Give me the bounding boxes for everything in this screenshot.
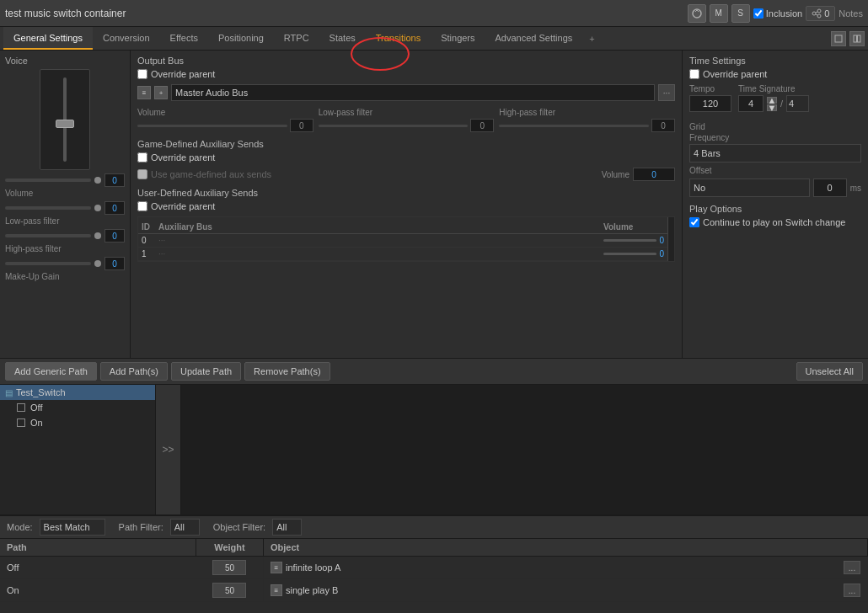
- inclusion-checkbox[interactable]: [753, 8, 764, 19]
- highpass-knob[interactable]: [94, 232, 101, 239]
- obj-label-1: single play B: [286, 585, 338, 595]
- obj-label-0: infinite loop A: [286, 562, 340, 573]
- voice-fader[interactable]: [40, 69, 90, 170]
- tab-transitions[interactable]: Transitions: [366, 27, 431, 50]
- timesig-num-input[interactable]: [738, 95, 764, 112]
- object-icon-btn[interactable]: [688, 4, 706, 23]
- mute-button[interactable]: M: [710, 4, 728, 23]
- fader-handle[interactable]: [56, 120, 74, 128]
- frequency-select[interactable]: 4 Bars 2 Bars 1 Bar: [689, 144, 861, 163]
- weight-val-1: 50: [212, 583, 246, 598]
- user-aux-override-label: Override parent: [151, 201, 215, 211]
- timesig-divider: /: [780, 99, 783, 109]
- lowpass-value: 0: [104, 201, 125, 215]
- tree-item-on[interactable]: On: [0, 415, 155, 430]
- game-aux-override-checkbox[interactable]: [137, 152, 147, 163]
- title-bar: test music switch container M S Inclusio…: [0, 0, 868, 27]
- offset-select[interactable]: No Yes: [689, 179, 810, 197]
- fader-track: [63, 77, 67, 162]
- update-path-button[interactable]: Update Path: [171, 362, 241, 381]
- makeup-value: 0: [104, 257, 125, 270]
- volume-filter-val: 0: [290, 119, 313, 132]
- vol-slider-1[interactable]: [603, 253, 656, 255]
- tempo-group: Tempo: [689, 84, 731, 117]
- aux-id-header: ID: [138, 221, 155, 234]
- lowpass-track: [5, 206, 91, 210]
- lowpass-knob[interactable]: [94, 205, 101, 211]
- offset-value-input[interactable]: [813, 179, 847, 197]
- highpass-slider[interactable]: [499, 125, 649, 127]
- obj-more-1[interactable]: ...: [844, 584, 860, 597]
- tab-rtpc[interactable]: RTPC: [274, 27, 319, 50]
- path-filter-select[interactable]: All: [170, 519, 200, 536]
- tempo-input[interactable]: [689, 95, 731, 112]
- ts-override-checkbox[interactable]: [689, 69, 699, 79]
- remove-paths-button[interactable]: Remove Path(s): [244, 362, 330, 381]
- add-tab-button[interactable]: +: [582, 27, 601, 50]
- timesig-down-btn[interactable]: ▼: [767, 104, 777, 111]
- view-toggle-split[interactable]: [849, 31, 865, 46]
- switch-arrow-button[interactable]: >>: [156, 385, 181, 514]
- lowpass-slider-row: 0: [319, 119, 495, 132]
- bus-field[interactable]: Master Audio Bus: [171, 84, 655, 101]
- add-paths-button[interactable]: Add Path(s): [100, 362, 168, 381]
- volume-filter-item: Volume 0: [137, 108, 313, 132]
- share-button[interactable]: 0: [806, 6, 835, 21]
- tab-stingers[interactable]: Stingers: [431, 27, 485, 50]
- makeup-knob[interactable]: [94, 260, 101, 267]
- add-generic-path-button[interactable]: Add Generic Path: [5, 362, 97, 381]
- obj-more-0[interactable]: ...: [844, 561, 860, 574]
- switch-tree: ▤ Test_Switch Off On: [0, 385, 156, 514]
- highpass-row: 0: [5, 229, 125, 243]
- timesig-den-select[interactable]: 4 8: [786, 95, 809, 112]
- game-aux-override-row: Override parent: [137, 152, 675, 163]
- user-aux-override-checkbox[interactable]: [137, 201, 147, 211]
- obj-icon-1: ≡: [271, 584, 282, 596]
- continue-play-checkbox[interactable]: [689, 217, 699, 227]
- bus-menu-btn[interactable]: ···: [658, 84, 675, 101]
- ts-override-row: Override parent: [689, 69, 861, 79]
- game-aux-label: Game-Defined Auxiliary Sends: [137, 139, 675, 149]
- lowpass-row: 0: [5, 201, 125, 215]
- filter-row: Volume 0 Low-pass filter 0 High-pass fil…: [137, 108, 675, 132]
- tab-states[interactable]: States: [319, 27, 366, 50]
- aux-scrollbar[interactable]: [667, 217, 674, 261]
- offset-label: Offset: [689, 166, 861, 175]
- tab-effects[interactable]: Effects: [160, 27, 208, 50]
- mode-select[interactable]: Best Match Weighted: [40, 519, 105, 536]
- unselect-all-button[interactable]: Unselect All: [796, 362, 863, 381]
- tree-item-label-1: Off: [30, 402, 42, 413]
- solo-button[interactable]: S: [731, 4, 750, 23]
- output-override-checkbox[interactable]: [137, 69, 147, 79]
- object-header: Object: [263, 539, 867, 557]
- tree-item-off[interactable]: Off: [0, 400, 155, 415]
- tab-advanced-settings[interactable]: Advanced Settings: [485, 27, 583, 50]
- volume-knob[interactable]: [94, 177, 101, 184]
- notes-button[interactable]: Notes: [839, 8, 863, 19]
- aux-row1-id: 1: [138, 248, 155, 261]
- volume-value: 0: [104, 173, 125, 187]
- table-row: On 50 ≡ single play B ...: [0, 579, 868, 602]
- highpass-filter-val: 0: [651, 119, 675, 132]
- use-game-def-checkbox[interactable]: [137, 169, 147, 179]
- view-toggle-single[interactable]: [831, 31, 846, 46]
- lowpass-slider[interactable]: [319, 125, 469, 127]
- svg-line-4: [816, 12, 817, 13]
- highpass-filter-label: High-pass filter: [499, 108, 675, 117]
- tree-item-test-switch[interactable]: ▤ Test_Switch: [0, 385, 155, 400]
- path-row1: On: [0, 579, 196, 602]
- tab-positioning[interactable]: Positioning: [208, 27, 274, 50]
- tab-general-settings[interactable]: General Settings: [3, 27, 93, 50]
- path-toolbar: Add Generic Path Add Path(s) Update Path…: [0, 358, 868, 385]
- tab-conversion[interactable]: Conversion: [93, 27, 160, 50]
- ts-override-label: Override parent: [703, 69, 767, 79]
- play-options-label: Play Options: [689, 204, 861, 214]
- switch-main-area: [181, 385, 868, 514]
- bus-row: ≡ + Master Audio Bus ···: [137, 84, 675, 101]
- weight-row1: 50: [196, 579, 263, 602]
- volume-slider[interactable]: [137, 125, 287, 127]
- object-filter-select[interactable]: All: [272, 519, 302, 536]
- aux-row0-vol: 0: [600, 234, 667, 248]
- vol-slider-0[interactable]: [603, 239, 656, 242]
- volume-label: Volume: [5, 189, 33, 198]
